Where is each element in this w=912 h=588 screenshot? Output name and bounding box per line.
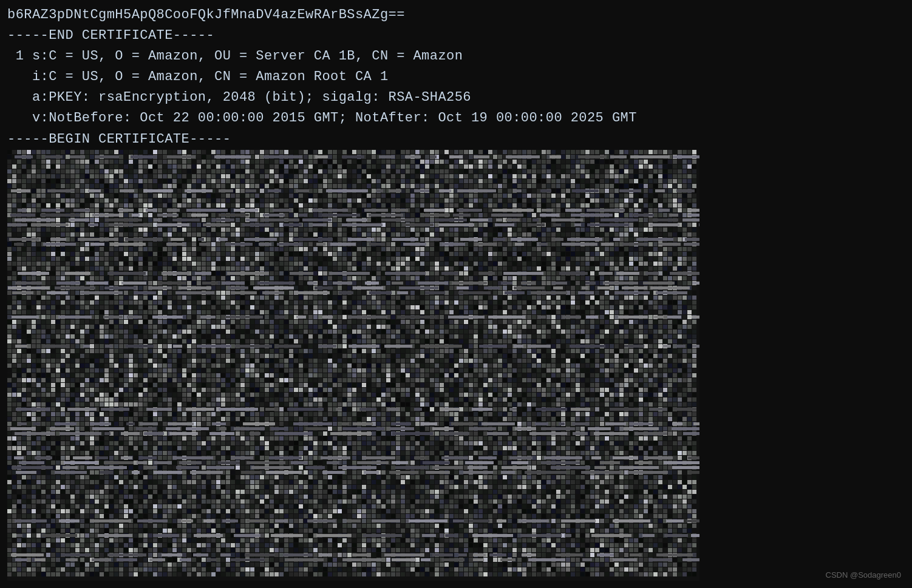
certificate-data-block	[7, 150, 699, 581]
terminal-content: b6RAZ3pDNtCgmH5ApQ8CooFQkJfMnaDV4azEwRAr…	[7, 5, 905, 581]
watermark: CSDN @Sodagreen0	[826, 570, 901, 580]
terminal-text-block: b6RAZ3pDNtCgmH5ApQ8CooFQkJfMnaDV4azEwRAr…	[7, 5, 905, 150]
terminal-window: b6RAZ3pDNtCgmH5ApQ8CooFQkJfMnaDV4azEwRAr…	[0, 0, 912, 588]
